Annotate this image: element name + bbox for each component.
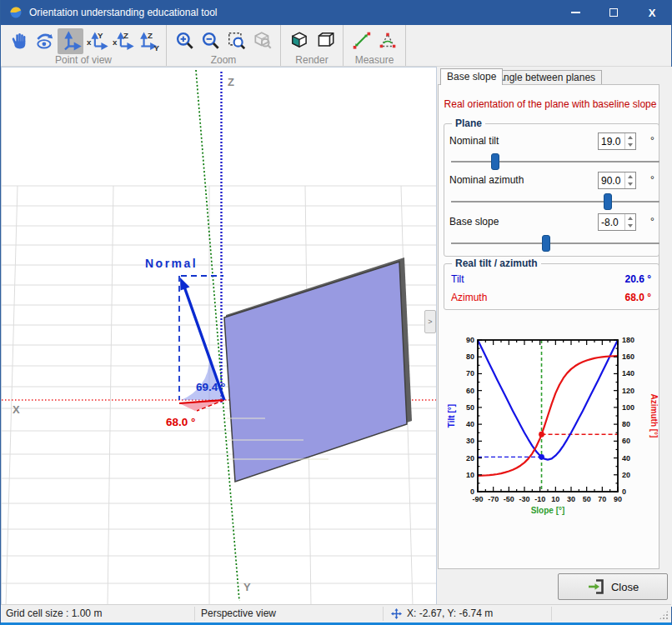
slider-handle[interactable] — [491, 153, 499, 170]
toolbar-group-measure: Measure — [344, 25, 406, 66]
status-view-mode: Perspective view — [201, 608, 276, 619]
app-icon — [9, 6, 23, 19]
statusbar-separator — [194, 607, 195, 621]
hand-icon — [8, 30, 30, 52]
zoom-out-button[interactable] — [198, 28, 223, 54]
nominal-azimuth-slider[interactable] — [451, 193, 659, 210]
view-plane-zy-button[interactable]: Z Y — [135, 28, 161, 54]
3d-viewport[interactable]: Normal 69.4 ° 68.0 ° X Y Z — [1, 67, 437, 607]
orbit-button[interactable] — [32, 28, 58, 54]
zoom-out-icon — [200, 30, 222, 52]
minimize-icon — [571, 12, 580, 13]
pan-button[interactable] — [6, 28, 32, 54]
tab-base-slope[interactable]: Base slope — [440, 68, 503, 85]
svg-text:-90: -90 — [472, 495, 483, 503]
view-3d-axes-button[interactable] — [58, 28, 83, 54]
toolbar-group-point-of-view: x Y x Z — [1, 25, 167, 66]
measure-angle-button[interactable] — [374, 28, 400, 54]
statusbar: Grid cell size : 1.00 m Perspective view… — [1, 604, 671, 622]
svg-text:-30: -30 — [519, 495, 529, 503]
zoom-extents-button[interactable] — [249, 28, 275, 54]
svg-text:30: 30 — [466, 437, 474, 445]
measure-angle-icon — [376, 30, 399, 52]
svg-text:50: 50 — [466, 403, 474, 412]
tab-angle-between-planes[interactable]: Angle between planes — [490, 70, 602, 84]
svg-text:20: 20 — [622, 471, 630, 479]
zoom-in-button[interactable] — [172, 28, 198, 54]
minimize-button[interactable] — [556, 0, 594, 25]
panel-heading: Real orientation of the plane with basel… — [439, 98, 661, 110]
x-axis-label: X — [13, 403, 20, 416]
svg-text:140: 140 — [622, 369, 634, 378]
svg-text:160: 160 — [622, 352, 634, 361]
svg-text:40: 40 — [622, 454, 630, 462]
result-groupbox-title: Real tilt / azimuth — [452, 258, 541, 269]
svg-text:40: 40 — [466, 420, 474, 428]
statusbar-separator — [383, 607, 384, 621]
svg-text:80: 80 — [622, 420, 630, 428]
close-window-button[interactable]: X — [633, 0, 671, 25]
slider-handle[interactable] — [604, 193, 612, 210]
svg-text:Slope [°]: Slope [°] — [531, 506, 565, 515]
maximize-icon — [609, 8, 618, 17]
status-grid-cell-size: Grid cell size : 1.00 m — [6, 608, 102, 619]
base-slope-label: Base slope — [449, 216, 499, 228]
measure-distance-icon — [350, 30, 374, 52]
dipping-plane — [224, 262, 407, 482]
svg-text:x: x — [87, 38, 92, 47]
base-slope-slider[interactable] — [451, 235, 659, 252]
nominal-tilt-spinner[interactable] — [624, 133, 635, 149]
tilt-angle-label: 69.4 ° — [196, 381, 225, 393]
slider-handle[interactable] — [542, 235, 550, 252]
base-slope-input[interactable] — [599, 214, 624, 230]
nominal-azimuth-spinbox — [598, 172, 636, 189]
y-axis-label: Y — [243, 581, 251, 593]
svg-text:120: 120 — [622, 387, 634, 395]
view-plane-xy-button[interactable]: x Y — [83, 28, 109, 54]
zoom-window-button[interactable] — [223, 28, 249, 54]
resize-grip[interactable] — [659, 610, 669, 620]
render-solid-icon — [288, 30, 311, 52]
nominal-azimuth-label: Nominal azimuth — [449, 174, 524, 186]
toolbar-group-zoom: Zoom — [167, 25, 281, 66]
close-button[interactable]: Close — [558, 573, 668, 600]
maximize-button[interactable] — [594, 0, 633, 25]
zoom-in-icon — [174, 30, 196, 52]
nominal-tilt-slider[interactable] — [451, 153, 659, 170]
render-wireframe-icon — [313, 30, 337, 52]
nominal-azimuth-input[interactable] — [599, 172, 624, 188]
normal-label: Normal — [145, 257, 198, 270]
nominal-tilt-spinbox — [598, 132, 636, 150]
svg-text:90: 90 — [614, 495, 622, 503]
toolbar-group-label: Point of view — [55, 55, 112, 66]
panel-collapse-button[interactable]: > — [424, 310, 436, 333]
svg-text:10: 10 — [551, 495, 559, 503]
toolbar-group-label: Render — [295, 55, 328, 66]
svg-text:70: 70 — [466, 369, 474, 378]
statusbar-separator — [551, 607, 552, 621]
svg-text:90: 90 — [466, 336, 474, 344]
app-window: Orientation understanding educational to… — [0, 0, 672, 625]
render-solid-button[interactable] — [286, 28, 312, 54]
measure-distance-button[interactable] — [349, 28, 374, 54]
svg-text:0: 0 — [470, 488, 474, 496]
base-slope-spinner[interactable] — [624, 214, 635, 230]
render-wireframe-button[interactable] — [312, 28, 338, 54]
zoom-extents-icon — [251, 30, 274, 52]
zoom-window-icon — [225, 30, 248, 52]
real-azimuth-label: Azimuth — [451, 292, 487, 303]
plane-groupbox: Plane Nominal tilt ° Nominal azimuth ° — [444, 123, 659, 257]
nominal-tilt-input[interactable] — [599, 133, 624, 149]
svg-text:60: 60 — [622, 437, 630, 445]
svg-text:Z: Z — [147, 31, 152, 40]
view-plane-xz-button[interactable]: x Z — [109, 28, 135, 54]
svg-text:0: 0 — [622, 488, 626, 496]
degree-unit: ° — [650, 135, 654, 147]
svg-text:Y: Y — [98, 31, 103, 40]
titlebar: Orientation understanding educational to… — [1, 0, 671, 25]
toolbar-group-render: Render — [281, 25, 344, 66]
orbit-eye-icon — [34, 30, 56, 52]
3d-scene: Normal 69.4 ° 68.0 ° X Y Z — [2, 68, 436, 606]
nominal-tilt-label: Nominal tilt — [449, 135, 499, 147]
nominal-azimuth-spinner[interactable] — [624, 172, 635, 188]
